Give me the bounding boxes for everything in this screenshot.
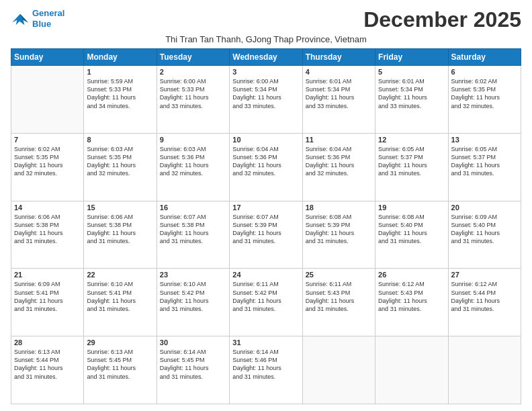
cell-info: Sunrise: 6:11 AM Sunset: 5:42 PM Dayligh… xyxy=(232,280,299,313)
cell-info: Sunrise: 6:08 AM Sunset: 5:39 PM Dayligh… xyxy=(306,213,372,246)
cell-3-6: 19Sunrise: 6:08 AM Sunset: 5:40 PM Dayli… xyxy=(375,201,448,269)
cell-info: Sunrise: 6:05 AM Sunset: 5:37 PM Dayligh… xyxy=(451,145,518,178)
subtitle: Thi Tran Tan Thanh, GJong Thap Province,… xyxy=(11,34,521,44)
day-number: 8 xyxy=(87,136,153,144)
day-number: 3 xyxy=(232,68,299,76)
cell-1-6: 5Sunrise: 6:01 AM Sunset: 5:34 PM Daylig… xyxy=(375,66,448,134)
cell-5-5 xyxy=(302,336,375,404)
cell-5-7 xyxy=(448,336,521,404)
day-number: 14 xyxy=(14,203,81,212)
day-number: 6 xyxy=(451,68,518,76)
cell-4-7: 27Sunrise: 6:12 AM Sunset: 5:44 PM Dayli… xyxy=(448,269,521,336)
cell-info: Sunrise: 6:00 AM Sunset: 5:33 PM Dayligh… xyxy=(160,77,226,110)
logo: General Blue xyxy=(11,8,64,29)
day-number: 17 xyxy=(232,203,299,212)
cell-1-3: 2Sunrise: 6:00 AM Sunset: 5:33 PM Daylig… xyxy=(157,66,229,134)
col-friday: Friday xyxy=(375,49,448,66)
cell-5-1: 28Sunrise: 6:13 AM Sunset: 5:44 PM Dayli… xyxy=(11,336,84,404)
cell-info: Sunrise: 6:07 AM Sunset: 5:39 PM Dayligh… xyxy=(232,213,299,246)
day-number: 9 xyxy=(160,136,226,144)
day-number: 13 xyxy=(451,136,518,144)
cell-3-1: 14Sunrise: 6:06 AM Sunset: 5:38 PM Dayli… xyxy=(11,201,84,269)
day-number: 16 xyxy=(160,203,226,212)
header: General Blue December 2025 xyxy=(11,8,521,32)
day-number: 19 xyxy=(378,203,445,212)
calendar-table: Sunday Monday Tuesday Wednesday Thursday… xyxy=(11,48,521,404)
title-section: December 2025 xyxy=(363,8,521,32)
cell-info: Sunrise: 6:04 AM Sunset: 5:36 PM Dayligh… xyxy=(306,145,372,178)
col-wednesday: Wednesday xyxy=(230,49,302,66)
cell-info: Sunrise: 6:02 AM Sunset: 5:35 PM Dayligh… xyxy=(451,77,518,110)
day-number: 28 xyxy=(14,338,81,347)
cell-info: Sunrise: 6:12 AM Sunset: 5:44 PM Dayligh… xyxy=(451,280,518,313)
cell-1-5: 4Sunrise: 6:01 AM Sunset: 5:34 PM Daylig… xyxy=(302,66,375,134)
cell-2-3: 9Sunrise: 6:03 AM Sunset: 5:36 PM Daylig… xyxy=(157,133,229,201)
cell-info: Sunrise: 6:04 AM Sunset: 5:36 PM Dayligh… xyxy=(232,145,299,178)
cell-4-6: 26Sunrise: 6:12 AM Sunset: 5:43 PM Dayli… xyxy=(375,269,448,336)
col-tuesday: Tuesday xyxy=(157,49,229,66)
day-number: 29 xyxy=(87,338,153,347)
cell-info: Sunrise: 6:03 AM Sunset: 5:36 PM Dayligh… xyxy=(160,145,226,178)
cell-4-1: 21Sunrise: 6:09 AM Sunset: 5:41 PM Dayli… xyxy=(11,269,84,336)
cell-info: Sunrise: 6:11 AM Sunset: 5:43 PM Dayligh… xyxy=(306,280,372,313)
cell-2-2: 8Sunrise: 6:03 AM Sunset: 5:35 PM Daylig… xyxy=(84,133,157,201)
week-row-4: 21Sunrise: 6:09 AM Sunset: 5:41 PM Dayli… xyxy=(11,269,521,336)
day-number: 4 xyxy=(306,68,372,76)
day-number: 10 xyxy=(232,136,299,144)
cell-info: Sunrise: 6:01 AM Sunset: 5:34 PM Dayligh… xyxy=(378,77,445,110)
cell-4-2: 22Sunrise: 6:10 AM Sunset: 5:41 PM Dayli… xyxy=(84,269,157,336)
day-number: 18 xyxy=(306,203,372,212)
calendar-body: 1Sunrise: 5:59 AM Sunset: 5:33 PM Daylig… xyxy=(11,66,521,404)
cell-2-5: 11Sunrise: 6:04 AM Sunset: 5:36 PM Dayli… xyxy=(302,133,375,201)
cell-info: Sunrise: 6:02 AM Sunset: 5:35 PM Dayligh… xyxy=(14,145,81,178)
day-number: 30 xyxy=(160,338,226,347)
cell-info: Sunrise: 6:13 AM Sunset: 5:44 PM Dayligh… xyxy=(14,348,81,381)
day-number: 2 xyxy=(160,68,226,76)
cell-info: Sunrise: 6:13 AM Sunset: 5:45 PM Dayligh… xyxy=(87,348,153,381)
cell-3-5: 18Sunrise: 6:08 AM Sunset: 5:39 PM Dayli… xyxy=(302,201,375,269)
day-number: 26 xyxy=(378,271,445,279)
day-number: 5 xyxy=(378,68,445,76)
day-number: 31 xyxy=(232,338,299,347)
cell-info: Sunrise: 6:00 AM Sunset: 5:34 PM Dayligh… xyxy=(232,77,299,110)
day-number: 27 xyxy=(451,271,518,279)
day-number: 23 xyxy=(160,271,226,279)
cell-info: Sunrise: 6:10 AM Sunset: 5:42 PM Dayligh… xyxy=(160,280,226,313)
cell-info: Sunrise: 6:14 AM Sunset: 5:45 PM Dayligh… xyxy=(160,348,226,381)
col-monday: Monday xyxy=(84,49,157,66)
cell-5-2: 29Sunrise: 6:13 AM Sunset: 5:45 PM Dayli… xyxy=(84,336,157,404)
cell-3-7: 20Sunrise: 6:09 AM Sunset: 5:40 PM Dayli… xyxy=(448,201,521,269)
cell-info: Sunrise: 6:06 AM Sunset: 5:38 PM Dayligh… xyxy=(87,213,153,246)
day-number: 25 xyxy=(306,271,372,279)
week-row-5: 28Sunrise: 6:13 AM Sunset: 5:44 PM Dayli… xyxy=(11,336,521,404)
cell-1-1 xyxy=(11,66,84,134)
week-row-3: 14Sunrise: 6:06 AM Sunset: 5:38 PM Dayli… xyxy=(11,201,521,269)
cell-3-4: 17Sunrise: 6:07 AM Sunset: 5:39 PM Dayli… xyxy=(230,201,302,269)
svg-marker-0 xyxy=(12,13,28,24)
day-number: 15 xyxy=(87,203,153,212)
col-saturday: Saturday xyxy=(448,49,521,66)
day-number: 7 xyxy=(14,136,81,144)
day-number: 22 xyxy=(87,271,153,279)
cell-info: Sunrise: 6:09 AM Sunset: 5:41 PM Dayligh… xyxy=(14,280,81,313)
cell-info: Sunrise: 6:08 AM Sunset: 5:40 PM Dayligh… xyxy=(378,213,445,246)
cell-info: Sunrise: 6:14 AM Sunset: 5:46 PM Dayligh… xyxy=(232,348,299,381)
cell-2-7: 13Sunrise: 6:05 AM Sunset: 5:37 PM Dayli… xyxy=(448,133,521,201)
logo-icon xyxy=(11,11,30,26)
month-title: December 2025 xyxy=(363,8,521,32)
week-row-1: 1Sunrise: 5:59 AM Sunset: 5:33 PM Daylig… xyxy=(11,66,521,134)
logo-text: General Blue xyxy=(32,8,64,29)
cell-info: Sunrise: 6:05 AM Sunset: 5:37 PM Dayligh… xyxy=(378,145,445,178)
cell-2-4: 10Sunrise: 6:04 AM Sunset: 5:36 PM Dayli… xyxy=(230,133,302,201)
cell-info: Sunrise: 6:09 AM Sunset: 5:40 PM Dayligh… xyxy=(451,213,518,246)
cell-4-5: 25Sunrise: 6:11 AM Sunset: 5:43 PM Dayli… xyxy=(302,269,375,336)
day-number: 1 xyxy=(87,68,153,76)
cell-1-2: 1Sunrise: 5:59 AM Sunset: 5:33 PM Daylig… xyxy=(84,66,157,134)
cell-2-6: 12Sunrise: 6:05 AM Sunset: 5:37 PM Dayli… xyxy=(375,133,448,201)
cell-info: Sunrise: 6:12 AM Sunset: 5:43 PM Dayligh… xyxy=(378,280,445,313)
cell-info: Sunrise: 6:01 AM Sunset: 5:34 PM Dayligh… xyxy=(306,77,372,110)
day-number: 11 xyxy=(306,136,372,144)
col-sunday: Sunday xyxy=(11,49,84,66)
day-number: 21 xyxy=(14,271,81,279)
header-row: Sunday Monday Tuesday Wednesday Thursday… xyxy=(11,49,521,66)
